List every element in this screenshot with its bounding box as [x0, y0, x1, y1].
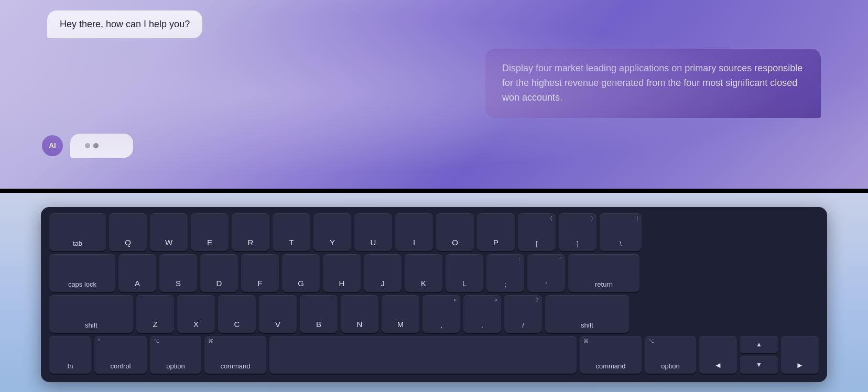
key-e[interactable]: E: [191, 213, 229, 251]
chat-section: Hey there, how can I help you? Display f…: [0, 0, 868, 189]
key-j[interactable]: J: [364, 254, 402, 292]
key-u[interactable]: U: [354, 213, 392, 251]
key-shift-left[interactable]: shift: [49, 295, 133, 333]
key-o[interactable]: O: [436, 213, 474, 251]
key-shift-right[interactable]: shift: [545, 295, 629, 333]
key-s[interactable]: S: [159, 254, 197, 292]
typing-dot-2: [93, 143, 99, 148]
key-v[interactable]: V: [259, 295, 297, 333]
keyboard: tab Q W E R T Y U I O P { [ } ] | \: [41, 207, 827, 382]
key-fn[interactable]: fn: [49, 336, 91, 374]
keyboard-row-2: caps lock A S D F G H J K L : ; " ' retu…: [49, 254, 819, 292]
divider: [0, 189, 868, 193]
key-d[interactable]: D: [200, 254, 238, 292]
key-arrow-up-down-group: ▲ ▼: [740, 336, 778, 374]
key-c[interactable]: C: [218, 295, 256, 333]
key-return[interactable]: return: [568, 254, 639, 292]
key-m[interactable]: M: [382, 295, 419, 333]
key-tab[interactable]: tab: [49, 213, 106, 251]
key-slash[interactable]: ? /: [504, 295, 542, 333]
key-y[interactable]: Y: [313, 213, 351, 251]
key-x[interactable]: X: [177, 295, 215, 333]
key-backslash[interactable]: | \: [600, 213, 642, 251]
key-control[interactable]: ^ control: [94, 336, 147, 374]
key-arrow-left[interactable]: ◄: [699, 336, 737, 374]
user-message-bubble: Display four market leading applications…: [485, 49, 821, 118]
key-f[interactable]: F: [241, 254, 279, 292]
typing-dot-1: [85, 143, 90, 148]
key-quote[interactable]: " ': [527, 254, 565, 292]
key-arrow-up[interactable]: ▲: [740, 336, 778, 353]
user-message-text: Display four market leading applications…: [502, 63, 802, 103]
keyboard-row-3: shift Z X C V B N M < , > . ? / shift: [49, 295, 819, 333]
key-q[interactable]: Q: [109, 213, 147, 251]
key-comma[interactable]: < ,: [422, 295, 460, 333]
key-option-right[interactable]: ⌥ option: [645, 336, 696, 374]
ai-response-row: AI: [42, 134, 837, 158]
key-w[interactable]: W: [150, 213, 188, 251]
key-n[interactable]: N: [341, 295, 378, 333]
ai-avatar: AI: [42, 135, 63, 156]
key-i[interactable]: I: [395, 213, 433, 251]
key-arrow-down[interactable]: ▼: [740, 356, 778, 374]
key-l[interactable]: L: [446, 254, 483, 292]
key-k[interactable]: K: [405, 254, 442, 292]
key-semicolon[interactable]: : ;: [486, 254, 524, 292]
keyboard-section: tab Q W E R T Y U I O P { [ } ] | \: [0, 193, 868, 392]
key-p[interactable]: P: [477, 213, 515, 251]
key-z[interactable]: Z: [136, 295, 174, 333]
key-command-right[interactable]: ⌘ command: [580, 336, 642, 374]
key-g[interactable]: G: [282, 254, 320, 292]
key-a[interactable]: A: [118, 254, 156, 292]
key-caps-lock[interactable]: caps lock: [49, 254, 115, 292]
key-h[interactable]: H: [323, 254, 361, 292]
key-space[interactable]: [269, 336, 577, 374]
key-b[interactable]: B: [300, 295, 338, 333]
key-bracket-right[interactable]: } ]: [559, 213, 596, 251]
typing-bubble: [70, 134, 133, 158]
keyboard-row-1: tab Q W E R T Y U I O P { [ } ] | \: [49, 213, 819, 251]
key-t[interactable]: T: [273, 213, 310, 251]
key-period[interactable]: > .: [463, 295, 501, 333]
key-arrow-right[interactable]: ►: [781, 336, 819, 374]
greeting-bubble: Hey there, how can I help you?: [47, 10, 202, 38]
key-option-left[interactable]: ⌥ option: [150, 336, 201, 374]
key-r[interactable]: R: [232, 213, 269, 251]
key-bracket-left[interactable]: { [: [518, 213, 556, 251]
greeting-text: Hey there, how can I help you?: [60, 19, 190, 29]
keyboard-row-4: fn ^ control ⌥ option ⌘ command ⌘ comman…: [49, 336, 819, 374]
key-command-left[interactable]: ⌘ command: [204, 336, 266, 374]
